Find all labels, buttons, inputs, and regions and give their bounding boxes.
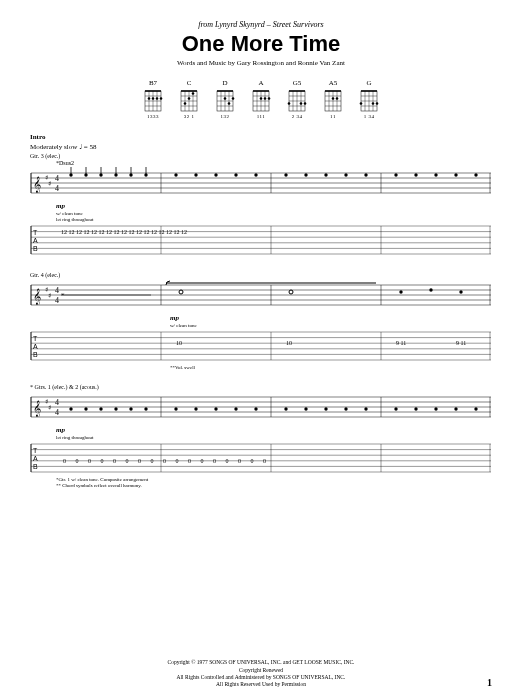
copyright-line: Copyright © 1977 SONGS OF UNIVERSAL, INC… bbox=[0, 659, 522, 666]
copyright-line: Copyright Renewed bbox=[0, 667, 522, 674]
svg-point-31 bbox=[224, 97, 227, 100]
tab-numbers: 12 12 12 12 12 12 12 12 12 12 12 12 12 1… bbox=[61, 229, 187, 235]
svg-text:4: 4 bbox=[55, 286, 59, 295]
svg-point-42 bbox=[260, 97, 263, 100]
chord-diagram: C 32 1 bbox=[179, 79, 199, 119]
chord-fingering: 1333 bbox=[147, 114, 159, 119]
svg-point-101 bbox=[234, 173, 237, 176]
svg-point-196 bbox=[214, 407, 217, 410]
svg-point-10 bbox=[156, 97, 159, 100]
svg-text:T: T bbox=[33, 447, 38, 454]
song-title: One More Time bbox=[30, 31, 492, 57]
chord-diagram: G5 2 34 bbox=[287, 79, 307, 119]
svg-point-55 bbox=[304, 102, 307, 105]
notation-staff: 𝄞 ♯♯ 44 bbox=[30, 167, 492, 199]
part-label: Gtr. 4 (elec.) bbox=[30, 272, 492, 278]
chord-fingering: 11 bbox=[330, 114, 336, 119]
chord-marking: *Dsus2 bbox=[56, 160, 492, 166]
chord-name: A5 bbox=[329, 79, 338, 87]
svg-text:𝄞: 𝄞 bbox=[33, 176, 41, 194]
chord-name: C bbox=[187, 79, 192, 87]
svg-point-190 bbox=[99, 407, 102, 410]
svg-point-105 bbox=[324, 173, 327, 176]
svg-point-21 bbox=[188, 97, 191, 100]
svg-point-202 bbox=[344, 407, 347, 410]
svg-point-99 bbox=[194, 173, 197, 176]
chord-grid-icon bbox=[143, 89, 163, 113]
footer: Copyright © 1977 SONGS OF UNIVERSAL, INC… bbox=[0, 659, 522, 688]
svg-point-32 bbox=[228, 102, 231, 105]
svg-point-100 bbox=[214, 173, 217, 176]
notation-staff: 𝄞 ♯♯ 44 𝄻 bbox=[30, 279, 492, 311]
footnote: *Gtr. 1 w/ clean tone. Composite arrange… bbox=[56, 477, 492, 482]
svg-point-8 bbox=[148, 97, 151, 100]
chord-grid-icon bbox=[179, 89, 199, 113]
svg-point-108 bbox=[394, 173, 397, 176]
svg-text:B: B bbox=[33, 463, 38, 470]
svg-point-151 bbox=[289, 290, 293, 294]
svg-text:𝄞: 𝄞 bbox=[33, 400, 41, 418]
svg-point-53 bbox=[288, 102, 291, 105]
svg-point-150 bbox=[179, 290, 183, 294]
svg-point-44 bbox=[268, 97, 271, 100]
svg-text:T: T bbox=[33, 229, 38, 236]
svg-point-54 bbox=[300, 102, 303, 105]
svg-point-65 bbox=[336, 97, 339, 100]
svg-point-208 bbox=[474, 407, 477, 410]
tab-staff: TAB 0 0 0 0 0 0 0 0 0 0 0 0 0 0 0 0 0 bbox=[30, 442, 492, 474]
svg-point-189 bbox=[84, 407, 87, 410]
part-label: * Gtrs. 1 (elec.) & 2 (acous.) bbox=[30, 384, 492, 390]
chord-grid-icon bbox=[323, 89, 343, 113]
svg-point-191 bbox=[114, 407, 117, 410]
svg-point-20 bbox=[184, 102, 187, 105]
chord-name: A bbox=[258, 79, 263, 87]
part-label: Gtr. 3 (elec.) bbox=[30, 153, 492, 159]
chord-diagram: A 111 bbox=[251, 79, 271, 119]
chord-fingering: 132 bbox=[221, 114, 230, 119]
footnote: ** Chord symbols reflect overall harmony… bbox=[56, 483, 492, 488]
svg-point-204 bbox=[394, 407, 397, 410]
svg-point-22 bbox=[192, 92, 195, 95]
source-line: from Lynyrd Skynyrd – Street Survivors bbox=[30, 20, 492, 29]
dynamic-marking: mp bbox=[170, 314, 492, 322]
svg-point-198 bbox=[254, 407, 257, 410]
svg-point-102 bbox=[254, 173, 257, 176]
performance-note: let ring throughout bbox=[56, 217, 492, 222]
svg-point-76 bbox=[376, 102, 379, 105]
svg-point-43 bbox=[264, 97, 267, 100]
chord-fingering: 1 34 bbox=[364, 114, 375, 119]
svg-point-98 bbox=[174, 173, 177, 176]
tempo-marking: Moderately slow ♩ = 58 bbox=[30, 143, 492, 151]
svg-text:4: 4 bbox=[55, 296, 59, 305]
svg-text:♯: ♯ bbox=[48, 180, 51, 188]
staff-system-3: * Gtrs. 1 (elec.) & 2 (acous.) 𝄞 ♯♯ 44 m… bbox=[30, 384, 492, 488]
svg-point-74 bbox=[360, 102, 363, 105]
svg-point-154 bbox=[459, 290, 462, 293]
svg-point-197 bbox=[234, 407, 237, 410]
svg-point-188 bbox=[69, 407, 72, 410]
svg-point-109 bbox=[414, 173, 417, 176]
svg-point-199 bbox=[284, 407, 287, 410]
chord-grid-icon bbox=[287, 89, 307, 113]
chord-name: G5 bbox=[293, 79, 302, 87]
svg-point-11 bbox=[160, 97, 163, 100]
chord-fingering: 111 bbox=[257, 114, 266, 119]
svg-point-110 bbox=[434, 173, 437, 176]
performance-note: let ring throughout bbox=[56, 435, 492, 440]
svg-text:10: 10 bbox=[286, 340, 292, 346]
chord-fingering: 32 1 bbox=[184, 114, 195, 119]
svg-text:10: 10 bbox=[176, 340, 182, 346]
svg-point-112 bbox=[474, 173, 477, 176]
svg-text:♯: ♯ bbox=[48, 404, 51, 412]
svg-text:T: T bbox=[33, 335, 38, 342]
dynamic-marking: mp bbox=[56, 426, 492, 434]
svg-point-195 bbox=[194, 407, 197, 410]
svg-point-206 bbox=[434, 407, 437, 410]
svg-point-200 bbox=[304, 407, 307, 410]
svg-point-203 bbox=[364, 407, 367, 410]
chord-grid-icon bbox=[251, 89, 271, 113]
copyright-line: All Rights Controlled and Administered b… bbox=[0, 674, 522, 681]
svg-text:9 11: 9 11 bbox=[456, 340, 466, 346]
dynamic-marking: mp bbox=[56, 202, 492, 210]
svg-text:0 0 0 0 0  0 0 0 0  0 0 0 0  0: 0 0 0 0 0 0 0 0 0 0 0 0 0 0 0 0 0 bbox=[63, 458, 270, 464]
